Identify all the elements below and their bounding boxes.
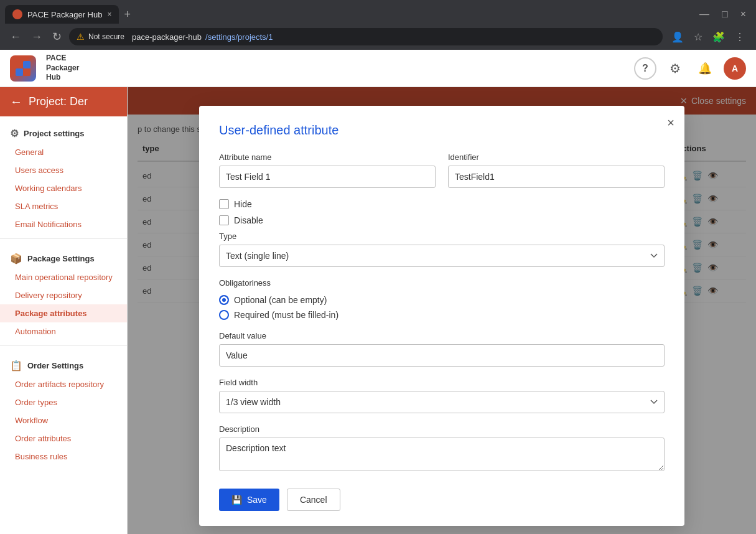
type-label: Type <box>219 232 665 241</box>
sidebar-item-order-attributes[interactable]: Order attributes <box>0 429 127 447</box>
sidebar-item-sla-metrics[interactable]: SLA metrics <box>0 197 127 215</box>
notifications-button[interactable]: 🔔 <box>694 57 716 80</box>
logo-icon <box>14 60 32 77</box>
description-label: Description <box>219 424 665 434</box>
hide-checkbox-group: Hide <box>219 199 665 209</box>
user-avatar[interactable]: A <box>724 57 746 80</box>
sidebar-item-delivery-repo[interactable]: Delivery repository <box>0 286 127 304</box>
radio-required-label[interactable]: Required (must be filled-in) <box>234 310 338 320</box>
tab-close-button[interactable]: × <box>107 10 111 19</box>
cancel-button[interactable]: Cancel <box>287 489 340 511</box>
maximize-button[interactable]: □ <box>717 7 733 21</box>
attribute-name-input[interactable] <box>219 166 436 188</box>
radio-optional-input[interactable] <box>219 295 229 305</box>
address-url-base: pace-packager-hub <box>132 32 202 42</box>
address-url-path: /settings/projects/1 <box>205 32 273 42</box>
field-width-select[interactable]: 1/3 view width 1/2 view width 2/3 view w… <box>219 391 665 413</box>
radio-required: Required (must be filled-in) <box>219 310 665 320</box>
back-nav-button[interactable]: ← <box>7 28 24 46</box>
radio-required-input[interactable] <box>219 310 229 320</box>
package-settings-header: 📦 Package Settings <box>0 249 127 268</box>
disable-checkbox[interactable] <box>219 215 229 225</box>
project-settings-section: ⚙ Project settings General Users access … <box>0 116 127 236</box>
new-tab-button[interactable]: + <box>119 6 136 24</box>
content-area: ✕ Close settings p to change this sequen… <box>128 87 756 534</box>
order-settings-section: 📋 Order Settings Order artifacts reposit… <box>0 349 127 468</box>
disable-label[interactable]: Disable <box>234 215 263 225</box>
package-settings-icon: 📦 <box>10 253 22 265</box>
disable-checkbox-group: Disable <box>219 215 665 225</box>
close-window-button[interactable]: × <box>735 7 751 21</box>
order-settings-icon: 📋 <box>10 360 22 372</box>
hide-checkbox[interactable] <box>219 199 229 209</box>
settings-button[interactable]: ⚙ <box>664 57 686 80</box>
user-defined-attribute-modal: User-defined attribute × Attribute name … <box>199 106 684 526</box>
order-settings-label: Order Settings <box>27 361 83 370</box>
svg-rect-1 <box>23 61 30 68</box>
radio-optional-label[interactable]: Optional (can be empty) <box>234 295 327 305</box>
modal-overlay: User-defined attribute × Attribute name … <box>128 87 756 534</box>
attribute-name-label: Attribute name <box>219 152 436 162</box>
default-value-group: Default value <box>219 331 665 367</box>
project-settings-label: Project settings <box>24 129 85 138</box>
save-label: Save <box>247 495 267 505</box>
attribute-name-group: Attribute name <box>219 152 436 188</box>
toolbar-extension-icon[interactable]: 🧩 <box>709 29 729 45</box>
identifier-input[interactable] <box>448 166 665 188</box>
type-group: Type Text (single line) Text (multi line… <box>219 232 665 267</box>
modal-title: User-defined attribute <box>219 123 665 138</box>
field-width-label: Field width <box>219 378 665 387</box>
sidebar-item-general[interactable]: General <box>0 143 127 161</box>
help-button[interactable]: ? <box>634 57 656 80</box>
save-button[interactable]: 💾 Save <box>219 489 279 511</box>
modal-close-button[interactable]: × <box>667 116 674 130</box>
identifier-group: Identifier <box>448 152 665 188</box>
svg-rect-2 <box>16 68 23 76</box>
sidebar-item-business-rules[interactable]: Business rules <box>0 447 127 466</box>
forward-nav-button[interactable]: → <box>29 28 45 46</box>
sidebar: ← Project: Der ⚙ Project settings Genera… <box>0 87 128 534</box>
app-logo <box>10 55 36 82</box>
app-logo-text: PACE Packager Hub <box>46 54 79 83</box>
sidebar-item-workflow[interactable]: Workflow <box>0 411 127 429</box>
svg-rect-3 <box>23 68 30 76</box>
svg-rect-0 <box>16 61 23 68</box>
hide-label[interactable]: Hide <box>234 199 252 209</box>
sidebar-item-users-access[interactable]: Users access <box>0 161 127 179</box>
obligatoriness-group: Obligatoriness Optional (can be empty) R… <box>219 278 665 320</box>
sidebar-divider-2 <box>0 345 127 346</box>
sidebar-item-automation[interactable]: Automation <box>0 322 127 340</box>
browser-tab[interactable]: PACE Packager Hub × <box>5 5 119 24</box>
identifier-label: Identifier <box>448 152 665 162</box>
default-value-input[interactable] <box>219 344 665 367</box>
sidebar-item-working-calendars[interactable]: Working calendars <box>0 179 127 197</box>
sidebar-item-email-notifications[interactable]: Email Notifications <box>0 215 127 233</box>
toolbar-star-icon[interactable]: ☆ <box>690 29 706 45</box>
toolbar-menu-icon[interactable]: ⋮ <box>731 29 749 45</box>
package-settings-section: 📦 Package Settings Main operational repo… <box>0 241 127 343</box>
tab-favicon <box>12 9 22 19</box>
sidebar-item-main-repo[interactable]: Main operational repository <box>0 268 127 286</box>
order-settings-header: 📋 Order Settings <box>0 356 127 375</box>
save-icon: 💾 <box>231 495 242 505</box>
field-width-group: Field width 1/3 view width 1/2 view widt… <box>219 378 665 413</box>
type-select[interactable]: Text (single line) Text (multi line) Num… <box>219 245 665 267</box>
refresh-nav-button[interactable]: ↻ <box>50 27 64 46</box>
security-warning-icon: ⚠ <box>77 32 85 42</box>
sidebar-divider-1 <box>0 238 127 239</box>
package-settings-label: Package Settings <box>27 254 95 263</box>
toolbar-profile-icon[interactable]: 👤 <box>668 29 688 45</box>
modal-footer: 💾 Save Cancel <box>219 489 665 511</box>
project-settings-header: ⚙ Project settings <box>0 124 127 143</box>
obligatoriness-label: Obligatoriness <box>219 278 665 288</box>
back-to-projects-button[interactable]: ← <box>10 95 22 109</box>
minimize-button[interactable]: — <box>694 7 714 21</box>
sidebar-item-package-attributes[interactable]: Package attributes <box>0 304 127 322</box>
not-secure-label: Not secure <box>88 32 124 41</box>
project-header: ← Project: Der <box>0 87 127 116</box>
sidebar-item-order-artifacts[interactable]: Order artifacts repository <box>0 375 127 393</box>
sidebar-item-order-types[interactable]: Order types <box>0 393 127 411</box>
description-textarea[interactable]: Description text <box>219 438 665 471</box>
project-name-label: Project: Der <box>29 95 88 108</box>
app-header: PACE Packager Hub ? ⚙ 🔔 A <box>0 50 756 87</box>
